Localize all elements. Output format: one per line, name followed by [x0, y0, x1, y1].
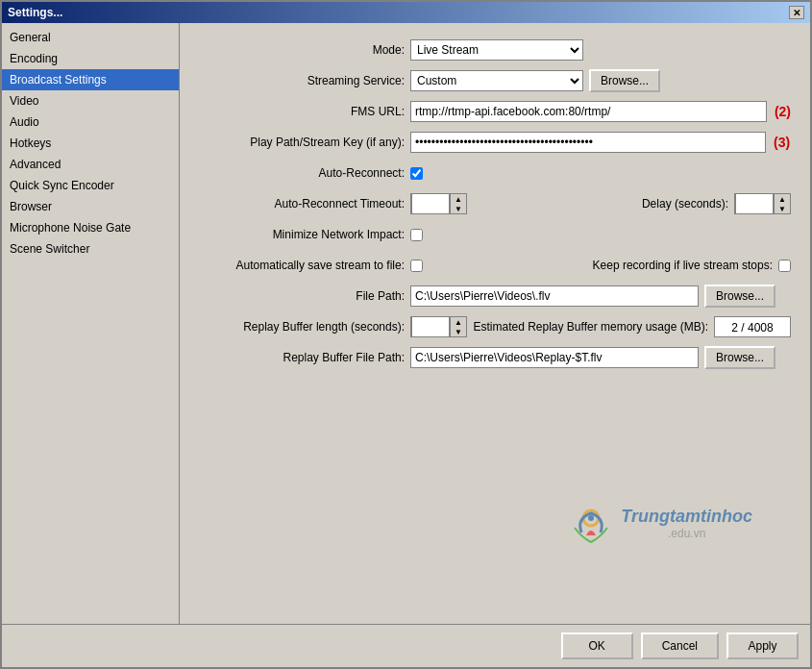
file-path-row: File Path: Browse... [199, 285, 791, 308]
play-path-row: Play Path/Stream Key (if any): (3) [199, 131, 791, 154]
timeout-spinner[interactable]: 10 ▲ ▼ [410, 193, 467, 214]
sidebar: GeneralEncodingBroadcast SettingsVideoAu… [2, 23, 180, 624]
delay-label: Delay (seconds): [609, 197, 734, 211]
minimize-network-label: Minimize Network Impact: [199, 228, 410, 241]
timeout-delay-row: Auto-Reconnect Timeout: 10 ▲ ▼ Delay (se… [199, 192, 791, 215]
streaming-service-row: Streaming Service: Custom Twitch YouTube… [199, 69, 791, 92]
file-path-label: File Path: [199, 289, 410, 303]
keep-recording-label: Keep recording if live stream stops: [593, 259, 778, 272]
estimated-label: Estimated Replay Buffer memory usage (MB… [467, 320, 714, 334]
auto-reconnect-row: Auto-Reconnect: [199, 161, 791, 185]
auto-reconnect-checkbox[interactable] [410, 167, 423, 180]
delay-spinner[interactable]: 0 ▲ ▼ [734, 193, 791, 214]
mode-label: Mode: [199, 43, 410, 57]
replay-buffer-spinner[interactable]: 1 ▲ ▼ [410, 316, 467, 337]
sidebar-item-quick-sync-encoder[interactable]: Quick Sync Encoder [2, 175, 179, 196]
fms-url-input[interactable] [410, 101, 767, 122]
window-title: Settings... [8, 6, 62, 19]
replay-buffer-row: Replay Buffer length (seconds): 1 ▲ ▼ Es… [199, 315, 791, 338]
estimated-value: 2 / 4008 [714, 316, 791, 337]
mode-select[interactable]: Live Stream File Output Only Local Recor… [410, 39, 583, 61]
browse-button-3[interactable]: Browse... [704, 346, 775, 369]
sidebar-item-advanced[interactable]: Advanced [2, 154, 179, 175]
auto-reconnect-label: Auto-Reconnect: [199, 166, 410, 180]
fms-url-label: FMS URL: [199, 105, 410, 118]
fms-url-annotation: (2) [775, 104, 791, 119]
timeout-input[interactable]: 10 [411, 193, 450, 214]
play-path-label: Play Path/Stream Key (if any): [199, 136, 410, 149]
sidebar-item-browser[interactable]: Browser [2, 196, 179, 217]
auto-save-label: Automatically save stream to file: [199, 259, 410, 272]
watermark-site-text: Trungtamtinhoc [621, 507, 752, 527]
minimize-network-checkbox[interactable] [410, 229, 423, 241]
timeout-down-btn[interactable]: ▼ [451, 204, 466, 213]
content-area: GeneralEncodingBroadcast SettingsVideoAu… [2, 23, 810, 624]
auto-save-row: Automatically save stream to file: Keep … [199, 254, 791, 277]
replay-buffer-up-btn[interactable]: ▲ [451, 317, 466, 327]
replay-file-path-label: Replay Buffer File Path: [199, 351, 410, 364]
browse-button-2[interactable]: Browse... [704, 285, 775, 308]
watermark-subdomain-text: .edu.vn [621, 527, 752, 540]
timeout-spinner-btns: ▲ ▼ [450, 194, 466, 213]
replay-buffer-label: Replay Buffer length (seconds): [199, 320, 410, 334]
sidebar-item-audio[interactable]: Audio [2, 112, 179, 133]
close-button[interactable]: ✕ [789, 6, 804, 19]
timeout-up-btn[interactable]: ▲ [451, 194, 466, 204]
timeout-label: Auto-Reconnect Timeout: [199, 197, 410, 211]
delay-spinner-btns: ▲ ▼ [774, 194, 790, 213]
mode-row: Mode: Live Stream File Output Only Local… [199, 38, 791, 62]
cancel-button[interactable]: Cancel [641, 632, 719, 659]
sidebar-item-broadcast-settings[interactable]: Broadcast Settings [2, 69, 179, 90]
replay-file-path-input[interactable] [410, 347, 699, 368]
sidebar-item-general[interactable]: General [2, 27, 179, 48]
replay-buffer-down-btn[interactable]: ▼ [451, 327, 466, 336]
sidebar-item-microphone-noise-gate[interactable]: Microphone Noise Gate [2, 217, 179, 238]
browse-button-1[interactable]: Browse... [589, 69, 660, 92]
file-path-input[interactable] [410, 285, 699, 307]
sidebar-item-encoding[interactable]: Encoding [2, 48, 179, 69]
sidebar-item-hotkeys[interactable]: Hotkeys [2, 133, 179, 154]
delay-input[interactable]: 0 [735, 193, 774, 214]
streaming-service-label: Streaming Service: [199, 74, 410, 87]
replay-file-path-row: Replay Buffer File Path: Browse... [199, 346, 791, 369]
bottom-bar: OK Cancel Apply [2, 624, 810, 667]
main-panel: Mode: Live Stream File Output Only Local… [180, 23, 810, 624]
keep-recording-checkbox[interactable] [778, 260, 791, 272]
delay-down-btn[interactable]: ▼ [775, 204, 790, 213]
streaming-service-select[interactable]: Custom Twitch YouTube Facebook [410, 70, 583, 91]
play-path-annotation: (3) [774, 135, 790, 150]
svg-point-0 [583, 510, 599, 526]
sidebar-item-video[interactable]: Video [2, 90, 179, 112]
settings-window: Settings... ✕ GeneralEncodingBroadcast S… [0, 0, 812, 669]
sidebar-item-scene-switcher[interactable]: Scene Switcher [2, 238, 179, 260]
apply-button[interactable]: Apply [726, 632, 799, 659]
play-path-input[interactable] [410, 132, 766, 153]
watermark-logo-icon [567, 499, 615, 547]
svg-point-1 [588, 515, 594, 521]
replay-buffer-input[interactable]: 1 [411, 316, 450, 337]
minimize-network-row: Minimize Network Impact: [199, 223, 791, 246]
auto-save-checkbox[interactable] [410, 260, 423, 272]
delay-up-btn[interactable]: ▲ [775, 194, 790, 204]
watermark: Trungtamtinhoc .edu.vn [567, 499, 752, 547]
ok-button[interactable]: OK [561, 632, 633, 659]
replay-buffer-spinner-btns: ▲ ▼ [450, 317, 466, 336]
title-bar: Settings... ✕ [2, 2, 810, 23]
fms-url-row: FMS URL: (2) [199, 100, 791, 123]
